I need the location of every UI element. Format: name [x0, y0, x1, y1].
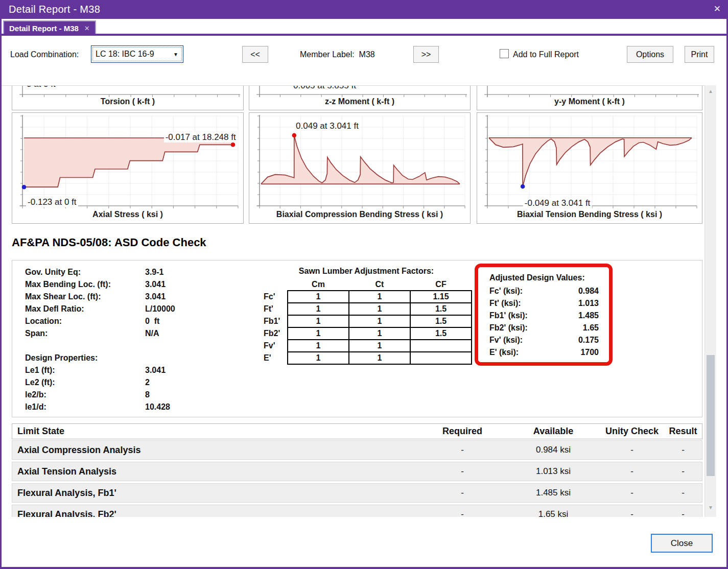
property-value: 0 ft — [145, 317, 159, 326]
adjusted-value-row: E' (ksi):1700 — [489, 348, 599, 360]
extreme-point-dot — [22, 185, 27, 189]
tabstrip-divider — [0, 34, 728, 36]
window-close-icon[interactable]: ✕ — [714, 4, 721, 14]
load-combination-select[interactable]: LC 18: IBC 16-9 ▼ — [91, 45, 183, 63]
adjustment-cell: 1 — [349, 327, 410, 340]
adjustment-cell: 1 — [288, 303, 349, 315]
chart-zz-moment-clipped: 0.005 at 5.855 ft z-z Moment ( k-ft ) — [249, 86, 471, 110]
adjusted-value: 1.65 — [583, 323, 599, 333]
scrollbar-thumb[interactable] — [707, 355, 715, 476]
close-button[interactable]: Close — [651, 534, 713, 553]
adjustment-cell: 1.5 — [410, 327, 472, 340]
chart-biaxial-compression: Biaxial Compression Bending Stress ( ksi… — [249, 112, 471, 224]
limit-state-cell: Axial Tension Analysis — [17, 466, 116, 477]
chart-torsion-clipped: 0 at 0 ft Torsion ( k-ft ) — [12, 86, 244, 110]
chart-annotation: -0.123 at 0 ft — [26, 197, 78, 207]
property-row: Span:N/A — [25, 329, 48, 341]
property-row: Le1 (ft):3.041 — [25, 366, 55, 378]
adjusted-value: 0.175 — [578, 336, 599, 345]
chart-plot — [477, 113, 702, 210]
available-cell: 1.485 ksi — [536, 488, 571, 498]
property-value: 3.9-1 — [145, 268, 163, 277]
add-to-full-report-checkbox[interactable] — [500, 49, 509, 58]
load-combination-value: LC 18: IBC 16-9 — [96, 50, 154, 59]
report-scroll-area[interactable]: 0 at 0 ft Torsion ( k-ft ) 0.005 at 5.85… — [2, 85, 704, 517]
design-properties-heading: Design Properties: — [25, 353, 98, 363]
result-cell: - — [682, 445, 685, 455]
limit-state-cell: Flexural Analysis, Fb2' — [17, 509, 116, 517]
property-label: Location: — [25, 317, 62, 325]
scroll-up-icon[interactable]: ▲ — [705, 88, 716, 94]
load-combination-label: Load Combination: — [10, 50, 79, 59]
adjusted-value-row: Fv' (ksi):0.175 — [489, 336, 599, 348]
limit-state-header: Limit State — [17, 426, 64, 437]
adjustment-row-label: Fb1' — [264, 315, 288, 327]
adjustment-cell: 1 — [349, 352, 410, 364]
next-member-button[interactable]: >> — [413, 46, 439, 63]
clipped-axis — [249, 86, 470, 100]
property-value: N/A — [145, 329, 159, 338]
adjustment-cell: 1 — [349, 315, 410, 327]
required-cell: - — [461, 488, 464, 498]
available-cell: 1.65 ksi — [538, 509, 569, 517]
adjusted-value: 1700 — [580, 348, 599, 357]
adjusted-value-label: E' (ksi): — [489, 348, 519, 357]
adjustment-cell — [410, 352, 472, 364]
vertical-scrollbar[interactable]: ▲ ▼ — [704, 85, 716, 517]
adjusted-value: 1.013 — [578, 299, 599, 308]
property-value: 8 — [145, 390, 150, 399]
adjustment-cell: 1 — [288, 352, 349, 364]
property-label: Le1 (ft): — [25, 366, 55, 374]
adjusted-value-label: Fb2' (ksi): — [489, 323, 528, 332]
adjusted-value-label: Ft' (ksi): — [489, 299, 521, 307]
available-cell: 1.013 ksi — [536, 466, 571, 477]
adjusted-value-label: Fc' (ksi): — [489, 287, 523, 295]
prev-member-button[interactable]: << — [242, 46, 268, 63]
adjustment-row: E'11 — [264, 352, 472, 364]
chart-title-biaxial-compression: Biaxial Compression Bending Stress ( ksi… — [249, 210, 470, 219]
options-button[interactable]: Options — [627, 46, 673, 63]
required-header: Required — [442, 426, 482, 437]
adjustment-row: Ft'111.5 — [264, 303, 472, 315]
scroll-down-icon[interactable]: ▼ — [705, 505, 716, 510]
adjustment-cell: 1 — [349, 303, 410, 315]
tab-close-icon[interactable]: ✕ — [84, 25, 90, 32]
chart-annotation: 0.049 at 3.041 ft — [294, 121, 360, 131]
unity-check-cell: - — [630, 509, 633, 517]
adjustment-row-label: Fb2' — [264, 327, 288, 340]
adjustment-column-header: CF — [410, 279, 472, 291]
adjustment-cell: 1 — [288, 291, 349, 303]
adjustment-factors-title: Sawn Lumber Adjustment Factors: — [264, 267, 469, 276]
property-value: 10.428 — [145, 402, 170, 412]
property-value: 3.041 — [145, 280, 166, 289]
window-title: Detail Report - M38 — [9, 4, 100, 15]
adjustment-cell: 1.15 — [410, 291, 472, 303]
adjustment-cell: 1 — [288, 315, 349, 327]
property-row: Max Shear Loc. (ft):3.041 — [25, 292, 101, 304]
unity-check-header: Unity Check — [605, 426, 659, 437]
extreme-point-dot — [231, 143, 236, 147]
adjustment-factors-table: CmCtCFFc'111.15Ft'111.5Fb1'111.5Fb2'111.… — [264, 279, 472, 365]
result-cell: - — [682, 488, 685, 498]
property-row: le2/b:8 — [25, 390, 46, 402]
tab-label: Detail Report - M38 — [9, 24, 79, 33]
section-heading: AF&PA NDS-05/08: ASD Code Check — [12, 236, 206, 249]
required-cell: - — [461, 509, 464, 517]
chart-title-axial-stress: Axial Stress ( ksi ) — [12, 210, 243, 219]
adjustment-cell: 1 — [288, 327, 349, 340]
adjustment-row: Fv'11 — [264, 340, 472, 352]
property-row: Location:0 ft — [25, 317, 62, 329]
clipped-axis — [477, 86, 702, 100]
required-cell: - — [461, 466, 464, 477]
window-titlebar: Detail Report - M38 ✕ — [0, 0, 728, 19]
extreme-point-dot — [292, 133, 297, 138]
print-button[interactable]: Print — [685, 46, 714, 63]
property-row: Max Defl Ratio:L/10000 — [25, 304, 84, 317]
adjusted-value-label: Fv' (ksi): — [489, 336, 523, 344]
detail-report-window: Detail Report - M38 ✕ Detail Report - M3… — [0, 0, 728, 569]
adjustment-cell: 1.5 — [410, 303, 472, 315]
result-header: Result — [669, 426, 697, 437]
adjustment-row-label: Fv' — [264, 340, 288, 352]
adjustment-row-label: Fc' — [264, 291, 288, 303]
member-label: Member Label: M38 — [300, 50, 375, 59]
